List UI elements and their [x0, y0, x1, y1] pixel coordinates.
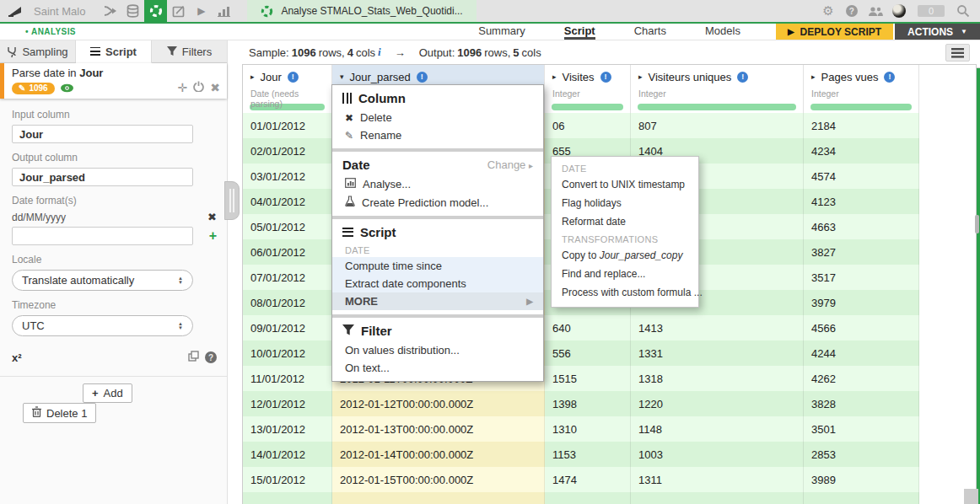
jobs-icon[interactable]: ▶: [190, 0, 213, 22]
cell-visites[interactable]: 06: [545, 113, 631, 138]
cell-jour[interactable]: 08/01/2012: [243, 290, 332, 315]
cell-jour[interactable]: 11/01/2012: [243, 366, 332, 391]
cell-jour-parsed[interactable]: 2012-01-15T00:00:00.000Z: [332, 467, 545, 492]
cell-visites[interactable]: 1398: [545, 391, 631, 416]
sidebar-tab-filters[interactable]: Filters: [152, 40, 227, 62]
column-info-icon[interactable]: !: [884, 72, 895, 83]
cell-pages-vues[interactable]: 4262: [804, 366, 919, 391]
cell-visites[interactable]: 1474: [545, 467, 631, 492]
gear-icon[interactable]: ⚙: [818, 0, 838, 22]
tab-models[interactable]: Models: [705, 24, 740, 40]
cell-visiteurs-uniques[interactable]: [631, 492, 804, 504]
submenu-item-convert-to-unix-timestamp[interactable]: Convert to UNIX timestamp: [552, 175, 698, 194]
submenu-item-copy-to-jour-parsed-copy[interactable]: Copy to Jour_parsed_copy: [552, 246, 698, 265]
move-step-icon[interactable]: ✛: [178, 81, 188, 94]
cell-visites[interactable]: 556: [545, 340, 631, 366]
cell-jour[interactable]: 04/01/2012: [243, 189, 332, 214]
tab-summary[interactable]: Summary: [478, 24, 525, 40]
cell-pages-vues[interactable]: 3828: [804, 391, 919, 416]
cell-jour[interactable]: 05/01/2012: [243, 214, 332, 239]
disable-step-icon[interactable]: [193, 81, 204, 94]
copy-step-icon[interactable]: [188, 350, 199, 365]
tab-script[interactable]: Script: [564, 24, 595, 40]
column-info-icon[interactable]: !: [600, 72, 611, 83]
locale-select[interactable]: Translate automatically ▲▼: [12, 270, 193, 291]
cell-visites[interactable]: 1310: [545, 416, 631, 442]
step-help-icon[interactable]: ?: [205, 351, 217, 363]
menu-item-on-values-distribution[interactable]: On values distribution...: [332, 341, 543, 359]
submenu-item-flag-holidays[interactable]: Flag holidays: [552, 194, 698, 212]
menu-item-delete[interactable]: ✖Delete: [332, 109, 543, 126]
submenu-item-find-and-replace[interactable]: Find and replace...: [552, 265, 698, 283]
actions-button[interactable]: ACTIONS ▼: [895, 24, 980, 40]
column-info-icon[interactable]: !: [737, 72, 748, 83]
menu-item-rename[interactable]: ✎Rename: [332, 126, 543, 144]
menu-item-create-prediction-model[interactable]: Create Prediction model...: [332, 193, 543, 212]
formula-mode-label[interactable]: x²: [12, 351, 22, 364]
cell-jour[interactable]: 09/01/2012: [243, 315, 332, 340]
step-card-parse-date[interactable]: Parse date in Jour ✎1096 ✛ ✖: [0, 63, 227, 99]
cell-visiteurs-uniques[interactable]: 1003: [631, 442, 804, 467]
cell-jour[interactable]: 14/01/2012: [243, 442, 332, 467]
sidebar-tab-script[interactable]: Script: [76, 40, 152, 63]
cell-pages-vues[interactable]: 4574: [804, 164, 919, 189]
cell-jour-parsed[interactable]: 2012-01-12T00:00:00.000Z: [332, 391, 545, 416]
submenu-item-reformat-date[interactable]: Reformat date: [552, 212, 698, 231]
cell-pages-vues[interactable]: 4244: [804, 340, 919, 366]
cell-jour[interactable]: 15/01/2012: [243, 467, 332, 492]
delete-step-icon[interactable]: ✖: [210, 81, 220, 94]
menu-item-more[interactable]: MORE▶: [332, 292, 543, 310]
cell-jour-parsed[interactable]: 2012-01-13T00:00:00.000Z: [332, 416, 545, 442]
add-format-icon[interactable]: +: [209, 228, 217, 244]
deploy-script-button[interactable]: ▶ DEPLOY SCRIPT: [776, 24, 893, 40]
charts-icon[interactable]: [213, 0, 235, 22]
timezone-select[interactable]: UTC ▲▼: [12, 315, 193, 336]
sample-info-icon[interactable]: i: [378, 46, 381, 59]
chevron-right-icon[interactable]: ▸: [552, 72, 557, 81]
delete-steps-button[interactable]: Delete 1: [23, 403, 96, 423]
cell-pages-vues[interactable]: 3989: [804, 467, 919, 492]
users-icon[interactable]: [865, 0, 886, 22]
chevron-down-icon[interactable]: ▾: [340, 72, 344, 81]
column-info-icon[interactable]: !: [417, 72, 428, 83]
date-format-value[interactable]: dd/MM/yyyy: [12, 212, 66, 223]
remove-format-icon[interactable]: ✖: [207, 211, 217, 223]
sidebar-tab-sampling[interactable]: Sampling: [0, 40, 76, 62]
cell-visiteurs-uniques[interactable]: 1220: [631, 391, 804, 416]
chevron-right-icon[interactable]: ▸: [638, 72, 643, 81]
cell-jour[interactable]: 06/01/2012: [243, 239, 332, 265]
cell-jour[interactable]: 07/01/2012: [243, 265, 332, 290]
cell-jour[interactable]: 01/01/2012: [243, 113, 332, 138]
cell-visiteurs-uniques[interactable]: 1413: [631, 315, 804, 340]
notebooks-icon[interactable]: [167, 0, 190, 22]
column-header-visiteurs-uniques[interactable]: ▸ Visiteurs uniques ! Integer: [631, 65, 804, 113]
cell-visites[interactable]: [545, 492, 631, 504]
input-column-field[interactable]: Jour: [12, 125, 193, 143]
preview-eye-icon[interactable]: [60, 81, 74, 96]
search-icon[interactable]: [953, 0, 973, 22]
new-format-field[interactable]: [12, 227, 193, 245]
cell-pages-vues[interactable]: 3517: [804, 265, 919, 290]
tab-charts[interactable]: Charts: [634, 24, 666, 40]
cell-pages-vues[interactable]: 2853: [804, 442, 919, 467]
cell-jour[interactable]: 03/01/2012: [243, 164, 332, 189]
menu-item-extract-date-components[interactable]: Extract date components: [332, 275, 543, 292]
cell-jour[interactable]: 02/01/2012: [243, 138, 332, 164]
list-view-toggle[interactable]: [945, 44, 970, 62]
cell-jour[interactable]: 10/01/2012: [243, 340, 332, 366]
cell-visites[interactable]: 640: [545, 315, 631, 340]
column-header-jour[interactable]: ▸ Jour ! Date (needs parsing): [243, 65, 332, 113]
cell-pages-vues[interactable]: 4663: [804, 214, 919, 239]
cell-pages-vues[interactable]: 4234: [804, 138, 919, 164]
project-name[interactable]: Saint Malo: [34, 5, 85, 18]
submenu-item-process-with-custom-formula[interactable]: Process with custom formula ...: [552, 283, 698, 302]
datasets-icon[interactable]: [121, 0, 144, 22]
cell-visiteurs-uniques[interactable]: 1331: [631, 340, 804, 366]
output-column-field[interactable]: Jour_parsed: [12, 168, 193, 186]
sidebar-resize-handle[interactable]: [224, 181, 240, 220]
add-step-button[interactable]: +Add: [83, 383, 132, 403]
cell-pages-vues[interactable]: 4123: [804, 189, 919, 214]
cell-pages-vues[interactable]: 2184: [804, 113, 919, 138]
chevron-right-icon[interactable]: ▸: [250, 72, 255, 81]
cell-pages-vues[interactable]: [804, 492, 919, 504]
